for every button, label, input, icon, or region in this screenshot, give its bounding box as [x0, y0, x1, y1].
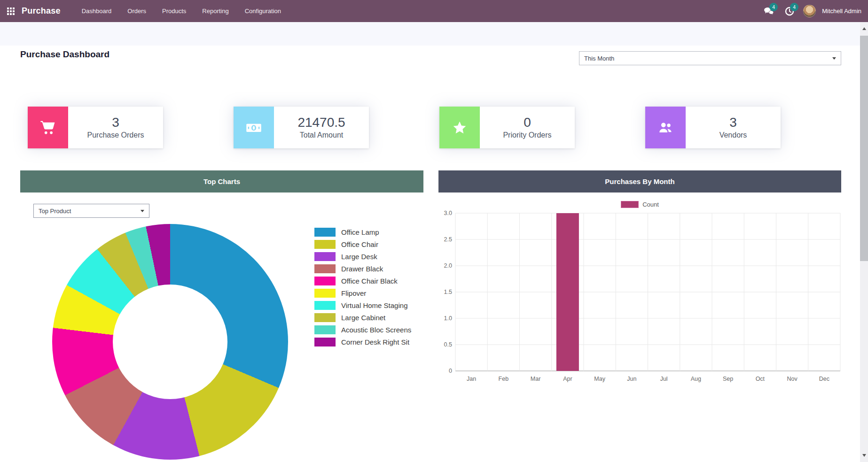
arrow-down-icon — [862, 454, 866, 457]
page-title: Purchase Dashboard — [20, 49, 109, 60]
svg-text:2.5: 2.5 — [444, 236, 452, 243]
kpi-card-priority-orders[interactable]: 0 Priority Orders — [439, 107, 575, 148]
legend-swatch — [314, 289, 336, 298]
activities-badge: 4 — [790, 3, 798, 11]
scroll-down-button[interactable] — [860, 449, 868, 462]
kpi-body: 21470.5 Total Amount — [274, 107, 369, 148]
legend-label: Office Chair — [341, 240, 378, 248]
svg-text:3.0: 3.0 — [444, 210, 452, 216]
user-menu-button[interactable] — [802, 0, 816, 22]
activities-button[interactable]: 4 — [782, 0, 798, 22]
legend-item[interactable]: Large Cabinet — [314, 311, 411, 323]
legend-item[interactable]: Corner Desk Right Sit — [314, 336, 411, 348]
legend-label: Virtual Home Staging — [341, 301, 407, 309]
svg-text:Feb: Feb — [499, 376, 509, 382]
svg-text:Sep: Sep — [723, 376, 733, 382]
kpi-value: 0 — [524, 116, 531, 130]
kpi-label: Total Amount — [300, 131, 344, 139]
legend-label: Large Desk — [341, 253, 377, 261]
legend-swatch — [314, 264, 336, 273]
svg-text:1.0: 1.0 — [444, 315, 452, 322]
period-filter-value: This Month — [584, 55, 614, 62]
systray: 4 4 Mitchell Admin — [761, 0, 868, 22]
svg-text:Jul: Jul — [660, 376, 668, 382]
svg-text:1.5: 1.5 — [444, 289, 452, 295]
legend-label: Corner Desk Right Sit — [341, 338, 409, 346]
svg-text:Mar: Mar — [531, 376, 541, 382]
top-charts-header-label: Top Charts — [203, 177, 240, 185]
kpi-label: Priority Orders — [503, 131, 551, 139]
bar-chart-svg: 00.51.01.52.02.53.0JanFebMarAprMayJunJul… — [438, 207, 852, 390]
kpi-body: 3 Vendors — [686, 107, 781, 148]
svg-text:0.5: 0.5 — [444, 341, 452, 348]
pie-legend: Office LampOffice ChairLarge DeskDrawer … — [314, 226, 411, 348]
legend-swatch — [314, 338, 336, 346]
top-navbar: Purchase Dashboard Orders Products Repor… — [0, 0, 868, 22]
svg-text:Oct: Oct — [756, 376, 765, 382]
legend-swatch — [314, 277, 336, 285]
legend-swatch — [314, 313, 336, 322]
kpi-label: Purchase Orders — [87, 131, 144, 139]
legend-swatch — [314, 325, 336, 334]
purchases-by-month-header-label: Purchases By Month — [605, 177, 674, 185]
legend-item[interactable]: Acoustic Bloc Screens — [314, 323, 411, 336]
legend-item[interactable]: Virtual Home Staging — [314, 299, 411, 311]
svg-text:Jun: Jun — [627, 376, 636, 382]
svg-text:Nov: Nov — [787, 376, 798, 382]
purchases-by-month-header: Purchases By Month — [438, 170, 841, 192]
money-bill-icon — [234, 107, 274, 148]
kpi-card-total-amount[interactable]: 21470.5 Total Amount — [234, 107, 369, 148]
app-name[interactable]: Purchase — [22, 6, 61, 16]
menu-item-products[interactable]: Products — [154, 0, 194, 22]
legend-item[interactable]: Flipover — [314, 287, 411, 299]
chevron-down-icon — [141, 210, 144, 212]
legend-swatch — [314, 301, 336, 310]
legend-swatch — [314, 240, 336, 249]
period-filter-select[interactable]: This Month — [579, 51, 841, 65]
bar-apr[interactable] — [556, 213, 579, 371]
svg-text:Jan: Jan — [467, 376, 476, 382]
menu-item-dashboard[interactable]: Dashboard — [74, 0, 120, 22]
menu-item-configuration[interactable]: Configuration — [237, 0, 289, 22]
vertical-scrollbar[interactable] — [860, 22, 868, 462]
user-avatar — [803, 5, 816, 17]
donut-hole — [113, 285, 227, 399]
menu-item-orders[interactable]: Orders — [119, 0, 154, 22]
legend-item[interactable]: Office Chair — [314, 238, 411, 250]
top-charts-header: Top Charts — [20, 170, 423, 192]
kpi-value: 3 — [112, 116, 119, 130]
kpi-cards-row: 3 Purchase Orders 21470.5 Total Amount 0 — [28, 107, 781, 148]
kpi-body: 0 Priority Orders — [480, 107, 575, 148]
kpi-body: 3 Purchase Orders — [68, 107, 163, 148]
kpi-value: 3 — [729, 116, 737, 130]
arrow-up-icon — [862, 27, 866, 30]
apps-menu-button[interactable] — [0, 0, 22, 22]
legend-item[interactable]: Large Desk — [314, 250, 411, 262]
user-name[interactable]: Mitchell Admin — [822, 8, 861, 15]
scrollbar-thumb[interactable] — [860, 36, 868, 261]
apps-grid-icon — [7, 8, 15, 15]
messages-badge: 4 — [769, 3, 778, 11]
legend-label: Acoustic Bloc Screens — [341, 326, 411, 334]
legend-item[interactable]: Office Chair Black — [314, 275, 411, 287]
svg-text:2.0: 2.0 — [444, 262, 452, 269]
messages-button[interactable]: 4 — [761, 0, 777, 22]
menu-item-reporting[interactable]: Reporting — [194, 0, 236, 22]
top-chart-type-value: Top Product — [39, 208, 71, 215]
legend-label: Large Cabinet — [341, 314, 385, 322]
control-panel-band — [0, 22, 860, 46]
top-chart-type-select[interactable]: Top Product — [33, 204, 149, 218]
legend-item[interactable]: Drawer Black — [314, 262, 411, 275]
kpi-card-vendors[interactable]: 3 Vendors — [645, 107, 781, 148]
svg-text:Apr: Apr — [563, 376, 572, 382]
svg-text:Aug: Aug — [691, 376, 701, 382]
legend-item[interactable]: Office Lamp — [314, 226, 411, 238]
shopping-cart-icon — [28, 107, 68, 148]
users-icon — [645, 107, 686, 148]
scroll-up-button[interactable] — [860, 22, 868, 35]
kpi-label: Vendors — [719, 131, 747, 139]
chevron-down-icon — [832, 57, 836, 60]
kpi-card-purchase-orders[interactable]: 3 Purchase Orders — [28, 107, 163, 148]
svg-text:Dec: Dec — [819, 376, 829, 382]
legend-swatch — [314, 228, 336, 237]
